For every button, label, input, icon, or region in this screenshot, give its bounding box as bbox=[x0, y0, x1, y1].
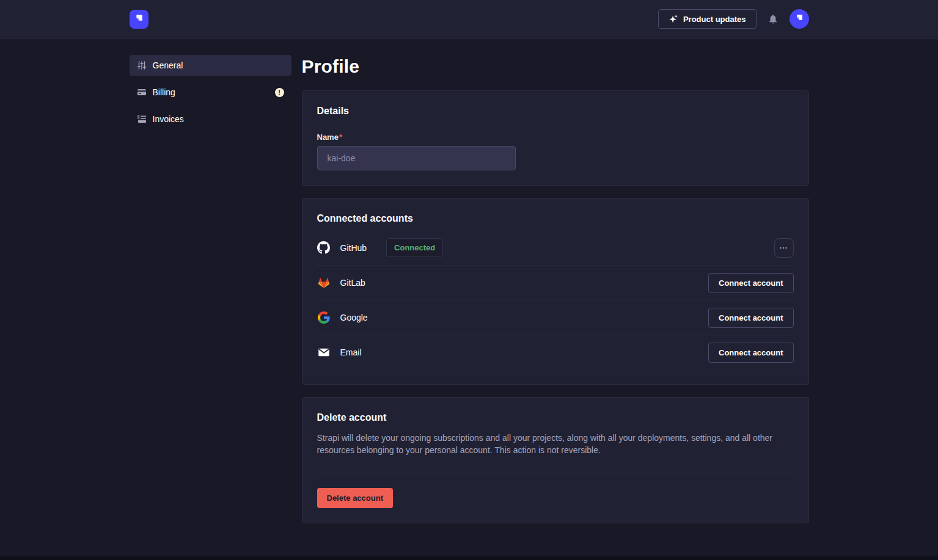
account-row-email: Email Connect account bbox=[317, 335, 794, 369]
details-heading: Details bbox=[317, 106, 794, 117]
profile-content: Profile Details Name* Connected accounts bbox=[302, 55, 809, 560]
sliders-icon bbox=[137, 60, 147, 70]
sidebar-item-label: Invoices bbox=[153, 114, 184, 124]
gitlab-icon bbox=[317, 276, 331, 289]
product-updates-label: Product updates bbox=[683, 15, 746, 24]
required-asterisk: * bbox=[339, 133, 342, 142]
delete-account-button[interactable]: Delete account bbox=[317, 488, 393, 508]
product-updates-button[interactable]: Product updates bbox=[658, 9, 757, 29]
sidebar-item-label: Billing bbox=[153, 87, 175, 97]
name-label: Name* bbox=[317, 133, 342, 142]
account-row-google: Google Connect account bbox=[317, 300, 794, 335]
account-name: Google bbox=[340, 313, 368, 322]
settings-sidebar: General Billing ! $ In bbox=[130, 55, 291, 560]
ellipsis-icon: ... bbox=[780, 241, 788, 250]
account-name: GitHub bbox=[340, 243, 367, 253]
strapi-logo-icon bbox=[133, 12, 145, 26]
bell-icon bbox=[768, 13, 779, 24]
strapi-logo[interactable] bbox=[130, 10, 148, 29]
connected-accounts-heading: Connected accounts bbox=[317, 213, 794, 224]
email-connect-account-button[interactable]: Connect account bbox=[708, 343, 793, 363]
sidebar-item-billing[interactable]: Billing ! bbox=[130, 82, 291, 103]
user-avatar[interactable] bbox=[790, 9, 809, 29]
account-name: GitLab bbox=[340, 278, 365, 288]
github-more-options-button[interactable]: ... bbox=[774, 238, 794, 258]
account-name: Email bbox=[340, 347, 362, 357]
credit-card-icon bbox=[137, 87, 147, 97]
details-card: Details Name* bbox=[302, 90, 809, 186]
sparkle-icon bbox=[669, 14, 678, 24]
account-row-gitlab: GitLab Connect account bbox=[317, 265, 794, 300]
delete-account-heading: Delete account bbox=[317, 412, 794, 423]
sidebar-item-general[interactable]: General bbox=[130, 55, 291, 76]
notifications-button[interactable] bbox=[766, 12, 780, 26]
google-connect-account-button[interactable]: Connect account bbox=[708, 308, 793, 328]
avatar-strapi-icon bbox=[793, 12, 805, 26]
account-row-github: GitHub Connected ... bbox=[317, 230, 794, 265]
bottom-edge-strip bbox=[0, 556, 938, 560]
invoice-icon: $ bbox=[137, 114, 147, 124]
page-title: Profile bbox=[302, 56, 809, 77]
gitlab-connect-account-button[interactable]: Connect account bbox=[708, 273, 793, 293]
sidebar-item-label: General bbox=[153, 60, 183, 70]
divider bbox=[317, 473, 794, 473]
topbar: Product updates bbox=[0, 0, 938, 38]
github-icon bbox=[317, 241, 331, 255]
delete-account-card: Delete account Strapi will delete your o… bbox=[302, 397, 809, 523]
sidebar-item-invoices[interactable]: $ Invoices bbox=[130, 109, 291, 129]
billing-warning-badge: ! bbox=[275, 88, 284, 97]
email-icon bbox=[317, 346, 331, 359]
name-input[interactable] bbox=[317, 146, 516, 170]
google-icon bbox=[317, 311, 331, 324]
connected-accounts-card: Connected accounts GitHub Connected ... bbox=[302, 198, 809, 385]
connected-status-badge: Connected bbox=[386, 238, 443, 257]
delete-account-description: Strapi will delete your ongoing subscrip… bbox=[317, 432, 794, 457]
svg-text:$: $ bbox=[137, 115, 139, 120]
